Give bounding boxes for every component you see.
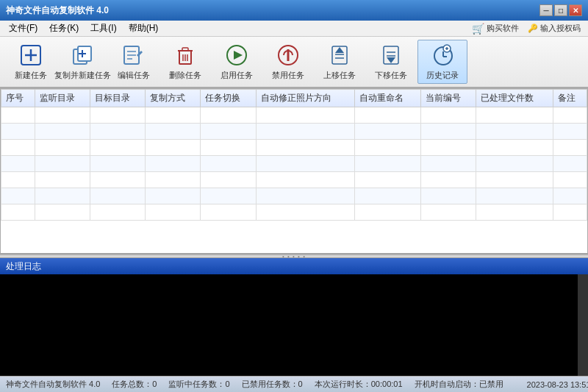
plus-icon [19,43,43,67]
down-arrow-icon [379,43,403,67]
disable-task-button[interactable]: 禁用任务 [263,40,313,84]
delete-task-label: 删除任务 [169,70,201,81]
copy-new-task-button[interactable]: 复制并新建任务 [57,40,107,84]
play-icon [225,43,248,67]
col-task-switch: 任务切换 [201,90,256,107]
auth-code-button[interactable]: 🔑 输入授权码 [523,21,585,35]
auth-label: 输入授权码 [540,23,581,34]
col-note: 备注 [553,90,587,107]
menu-help[interactable]: 帮助(H) [123,21,165,36]
status-disabled: 已禁用任务数：0 [242,379,303,390]
edit-task-button[interactable]: 编辑任务 [109,40,159,84]
col-auto-rename: 自动重命名 [355,90,421,107]
edit-icon [122,43,146,67]
delete-task-button[interactable]: 删除任务 [160,40,210,84]
menu-tools[interactable]: 工具(I) [85,21,122,36]
status-monitoring: 监听中任务数：0 [168,379,229,390]
status-datetime: 2023-08-23 13:51:11 [527,380,588,389]
status-runtime: 本次运行时长：00:00:01 [315,379,403,390]
table-row [1,204,587,221]
move-up-button[interactable]: 上移任务 [315,40,365,84]
maximize-button[interactable]: □ [554,4,567,16]
svg-marker-24 [335,47,344,53]
svg-rect-13 [182,48,188,51]
edit-task-label: 编辑任务 [118,70,150,81]
title-bar-controls: ─ □ ✕ [539,4,582,16]
table-row [1,140,587,156]
cart-icon: 🛒 [472,23,484,35]
col-copy-method: 复制方式 [146,90,201,107]
status-app-name: 神奇文件自动复制软件 4.0 [6,379,100,390]
up-arrow-icon [328,43,351,67]
table-row [1,172,587,188]
log-header: 处理日志 [0,258,588,274]
col-processed: 已处理文件数 [476,90,553,107]
table-header-row: 序号 监听目录 目标目录 复制方式 任务切换 自动修正照片方向 自动重命名 当前… [1,90,587,107]
menu-file[interactable]: 文件(F) [3,21,43,36]
task-table: 序号 监听目录 目标目录 复制方式 任务切换 自动修正照片方向 自动重命名 当前… [1,89,587,221]
copy-icon [71,43,94,67]
toolbar: 新建任务 复制并新建任务 编辑任务 [0,37,588,88]
menu-bar: 文件(F) 任务(K) 工具(I) 帮助(H) 🛒 购买软件 🔑 输入授权码 [0,21,588,37]
menu-task[interactable]: 任务(K) [43,21,85,36]
table-row [1,124,587,140]
log-scrollbar[interactable] [578,274,588,376]
status-bar: 神奇文件自动复制软件 4.0 任务总数：0 监听中任务数：0 已禁用任务数：0 … [0,376,588,392]
col-current-no: 当前编号 [421,90,476,107]
copy-new-task-label: 复制并新建任务 [54,70,111,81]
table-row [1,188,587,204]
status-task-total: 任务总数：0 [112,379,157,390]
table-row [1,156,587,172]
log-content[interactable] [0,274,588,280]
new-task-button[interactable]: 新建任务 [6,40,56,84]
status-autostart: 开机时自动启动：已禁用 [415,379,503,390]
new-task-label: 新建任务 [15,70,47,81]
svg-marker-18 [234,51,243,60]
log-title: 处理日志 [6,260,41,273]
stop-icon [276,43,300,67]
disable-task-label: 禁用任务 [272,70,304,81]
move-down-button[interactable]: 下移任务 [366,40,416,84]
svg-marker-28 [387,57,395,63]
close-button[interactable]: ✕ [569,4,582,16]
move-up-label: 上移任务 [323,70,356,81]
enable-task-button[interactable]: 启用任务 [212,40,262,84]
minimize-button[interactable]: ─ [539,4,553,16]
col-seq: 序号 [1,90,35,107]
buy-software-button[interactable]: 🛒 购买软件 [467,21,523,36]
enable-task-label: 启用任务 [220,70,253,81]
task-table-body [1,107,587,221]
buy-label: 购买软件 [487,23,519,34]
history-button[interactable]: 历史记录 [417,40,467,84]
task-table-area[interactable]: 序号 监听目录 目标目录 复制方式 任务切换 自动修正照片方向 自动重命名 当前… [0,88,588,254]
history-label: 历史记录 [426,70,459,81]
col-target-dir: 目标目录 [90,90,145,107]
move-down-label: 下移任务 [375,70,407,81]
log-area: 处理日志 [0,258,588,376]
title-bar: 神奇文件自动复制软件 4.0 ─ □ ✕ [0,0,588,21]
key-icon: 🔑 [528,24,538,33]
window-title: 神奇文件自动复制软件 4.0 [6,4,109,17]
delete-icon [173,43,197,67]
table-row [1,107,587,124]
col-auto-correct: 自动修正照片方向 [256,90,354,107]
col-monitor-dir: 监听目录 [35,90,90,107]
history-icon [431,43,454,67]
